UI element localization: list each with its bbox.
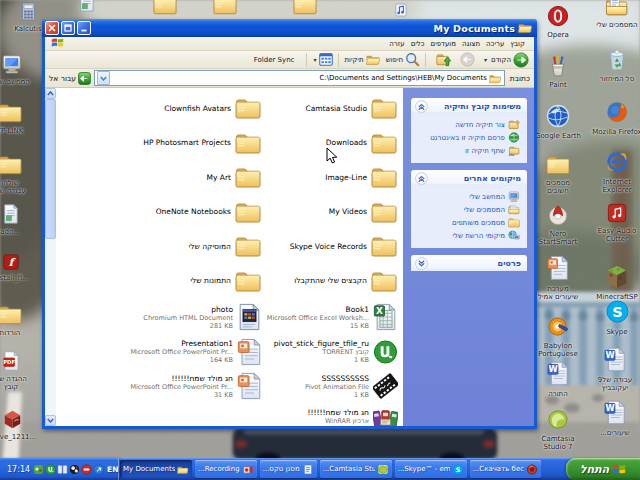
folder-icon xyxy=(371,97,397,119)
folder-sync-button[interactable]: Folder Sync xyxy=(252,56,297,64)
volume-icon[interactable] xyxy=(57,464,68,475)
chevron-up-icon[interactable] xyxy=(415,172,428,185)
desktop-icon-minecraft[interactable]: MinecraftSP xyxy=(585,265,640,302)
go-button[interactable]: עבור אל xyxy=(49,72,91,85)
desktop-icon-tp-link[interactable]: TP-LINK xyxy=(0,102,42,136)
taskbar-button-4[interactable]: ...Skype™ - em xyxy=(395,460,467,478)
desktop-icon-pdf-file[interactable]: ההגדה של קובץ xyxy=(0,351,43,391)
folder-tile[interactable]: HP Photosmart Projects xyxy=(139,132,261,154)
language-indicator[interactable]: EN xyxy=(107,465,118,474)
taskbar-button-0[interactable]: My Documents xyxy=(120,460,192,478)
desktop-icon-my-computer[interactable]: המחשב שלי xyxy=(0,54,44,87)
minimize-button[interactable] xyxy=(77,21,91,35)
folder-tile[interactable]: Image-Line xyxy=(321,166,397,188)
menu-view[interactable]: תצוגה xyxy=(459,40,483,48)
chevron-down-icon[interactable] xyxy=(415,257,428,270)
start-button[interactable]: התחל xyxy=(566,458,640,480)
task-pane-section-header[interactable]: מיקומים אחרים xyxy=(411,170,527,186)
up-button[interactable] xyxy=(433,52,453,67)
folder-content: משימות קובץ ותיקיהצור תיקיה חדשהפרסם תיק… xyxy=(45,88,534,426)
desktop-icon-skype[interactable]: Skype xyxy=(585,299,640,337)
pivot-file-icon xyxy=(373,372,398,400)
desktop-icon-recycle-bin[interactable]: סל המיחזור xyxy=(585,49,640,84)
vertical-scrollbar[interactable] xyxy=(45,88,56,426)
folder-tile[interactable]: My Videos xyxy=(325,201,397,223)
paint-icon xyxy=(548,55,568,77)
desktop-icon-firefox[interactable]: Mozilla Firefox xyxy=(585,100,640,137)
address-field[interactable]: C:\Documents and Settings\HEB\My Documen… xyxy=(94,70,505,86)
address-dropdown[interactable] xyxy=(97,71,110,85)
task-link-mydocs[interactable]: המסמכים שלי xyxy=(414,204,520,215)
messenger-icon[interactable] xyxy=(33,464,44,475)
menu-edit[interactable]: עריכה xyxy=(483,40,507,48)
folder-tile[interactable]: Clownfish Avatars xyxy=(160,97,261,119)
desktop-icon-install-flash[interactable]: install_fl... xyxy=(0,254,43,283)
task-link-newfolder[interactable]: צור תיקיה חדשה xyxy=(414,119,520,130)
search-button[interactable]: חיפוש xyxy=(384,52,422,67)
back-dropdown[interactable]: ▾ xyxy=(484,56,487,63)
file-tile[interactable]: חג מולד שמח!!!!!!ארכיון WinRAR24 KB xyxy=(303,407,398,427)
menu-help[interactable]: עזרה xyxy=(386,40,407,48)
close-button[interactable] xyxy=(45,21,59,35)
file-tile[interactable]: חג מולד שמח!!!!!!Microsoft Office PowerP… xyxy=(126,372,262,400)
file-tile[interactable]: Presentation1Microsoft Office PowerPoint… xyxy=(126,338,262,366)
folder-tile[interactable]: הקבצים שלי שהתקבלו xyxy=(290,270,397,292)
desktop-icon-label: עבודה של9 יעקובביץ xyxy=(598,377,632,392)
task-link-folder[interactable]: מסמכים משותפים xyxy=(414,217,520,228)
folder-name: OneNote Notebooks xyxy=(156,207,231,216)
scroll-up-button[interactable] xyxy=(45,88,56,99)
views-dropdown[interactable]: ▾ xyxy=(313,56,316,63)
desktop-icon-downloads-folder[interactable]: הורדות xyxy=(0,304,42,338)
desktop-icon-ado[interactable]: ado... xyxy=(0,204,42,237)
folder-tile[interactable]: Skype Voice Records xyxy=(286,235,397,257)
taskbar-button-2[interactable]: מסנן טקס... xyxy=(260,460,317,478)
camera-icon[interactable] xyxy=(69,464,80,475)
title-bar[interactable]: My Documents xyxy=(42,19,537,37)
folder-tile[interactable]: Camtasia Studio xyxy=(301,97,397,119)
file-tile[interactable]: photoChromium HTML Document281 KB xyxy=(139,303,262,331)
desktop-icon-top-folder-1[interactable] xyxy=(133,0,197,19)
desktop-icon-desk-folder[interactable]: שולחן עבודה שלי xyxy=(0,154,42,195)
task-link-sharefolder[interactable]: שתף תיקיה זו xyxy=(414,145,520,156)
desktop-icon-my-documents[interactable]: המסמכים שלי xyxy=(585,0,640,30)
views-button[interactable]: ▾ xyxy=(310,53,335,66)
taskbar-button-3[interactable]: ...Camtasia Stu xyxy=(320,460,392,478)
desktop-icon-top-folder-2[interactable] xyxy=(193,0,257,19)
taskbar-button-1[interactable]: ...Recording xyxy=(195,460,257,478)
back-button[interactable]: הקודם xyxy=(489,52,531,68)
file-tile[interactable]: Book1Microsoft Office Excel Worksh...15 … xyxy=(263,303,398,331)
scroll-down-button[interactable] xyxy=(45,415,56,426)
task-pane-section-header[interactable]: משימות קובץ ותיקיה xyxy=(411,98,527,114)
scroll-thumb[interactable] xyxy=(45,99,56,239)
task-pane-section-header[interactable]: פרטים xyxy=(411,255,527,271)
maximize-button[interactable] xyxy=(61,21,75,35)
menu-file[interactable]: קובץ xyxy=(507,40,528,48)
utorrent-icon[interactable] xyxy=(45,464,56,475)
folders-button[interactable]: תיקיות xyxy=(342,53,382,66)
dnd-red-icon[interactable] xyxy=(81,464,92,475)
desktop-icon-top-folder-3[interactable] xyxy=(273,0,337,19)
chevron-up-icon[interactable] xyxy=(415,100,428,113)
file-tile[interactable]: SSSSSSSSSSPivot Animation File1 KB xyxy=(301,372,398,400)
task-link-globe[interactable]: פרסם תיקיה זו באינטרנט xyxy=(414,132,520,143)
skype-status-icon[interactable] xyxy=(93,464,104,475)
desktop-icon-top-doc[interactable] xyxy=(54,0,118,16)
task-link-computer[interactable]: המחשב שלי xyxy=(414,191,520,202)
file-tile[interactable]: pivot_stick_figure_tfile_ruקובץ TORRENT1… xyxy=(270,338,398,366)
forward-button[interactable] xyxy=(458,52,477,67)
desktop-icon-word-doc-2[interactable]: ...שיעורים xyxy=(583,400,640,438)
desktop-icon-crave[interactable]: Crave_1211... xyxy=(0,410,44,442)
menu-tools[interactable]: כלים xyxy=(408,40,428,48)
desktop-icon-internet-explorer[interactable]: Internet Explorer xyxy=(585,150,640,194)
folder-tile[interactable]: My Art xyxy=(203,166,261,188)
folder-tile[interactable]: המוסיקה שלי xyxy=(185,235,261,257)
folder-tile[interactable]: התמונות שלי xyxy=(186,270,261,292)
taskbar-button-5[interactable]: ...Скачать бес xyxy=(470,460,541,478)
desktop-icon-label: TP-LINK xyxy=(0,128,23,136)
folder-tile[interactable]: OneNote Notebooks xyxy=(152,201,261,223)
desktop-icon-word-doc-1[interactable]: עבודה של9 יעקובביץ xyxy=(583,347,640,392)
desktop-icon-easy-audio-cutter[interactable]: Easy Audio Cutter xyxy=(585,203,640,243)
menu-favorites[interactable]: מועדפים xyxy=(428,40,459,48)
file-list: Camtasia StudioClownfish AvatarsDownload… xyxy=(56,88,403,426)
task-link-network[interactable]: מיקומי הרשת שלי xyxy=(414,230,520,241)
